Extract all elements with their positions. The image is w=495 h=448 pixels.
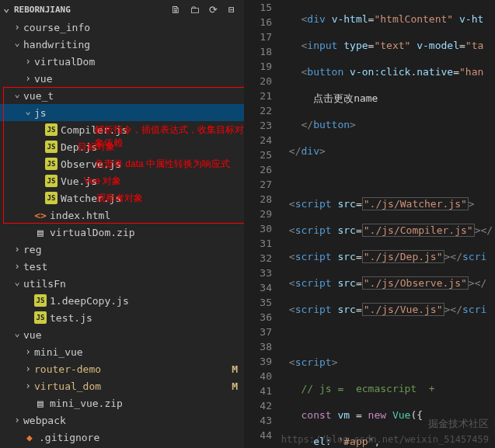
line-number: 25 [244, 148, 272, 162]
folder-virtualdom[interactable]: virtualDom [0, 53, 244, 70]
folder-virtual-dom[interactable]: virtual_domM [0, 377, 244, 394]
line-number: 42 [244, 398, 272, 413]
file-mini-vue-zip[interactable]: ▤mini_vue.zip [0, 394, 244, 412]
file-observe-js[interactable]: JSObserve.js [0, 155, 244, 172]
file-deepcopy-js[interactable]: JS1.deepCopy.js [0, 292, 244, 309]
line-number: 35 [244, 295, 272, 310]
line-number: 34 [244, 280, 272, 295]
modified-badge: M [232, 363, 238, 375]
watermark-logo: 掘金技术社区 [428, 417, 489, 431]
line-number: 38 [244, 339, 272, 354]
line-number: 20 [244, 74, 272, 89]
line-number: 31 [244, 236, 272, 251]
line-number: 40 [244, 369, 272, 384]
folder-vue2[interactable]: vue [0, 326, 244, 343]
file-compiler-js[interactable]: JSCompiler.js [0, 121, 244, 138]
folder-mini-vue[interactable]: mini_vue [0, 343, 244, 360]
line-number: 15 [244, 0, 272, 15]
file-virtualdom-zip[interactable]: ▤virtualDom.zip [0, 224, 244, 241]
line-number: 19 [244, 59, 272, 74]
folder-utilsfn[interactable]: utilsFn [0, 275, 244, 292]
folder-vue-t[interactable]: vue_t [0, 87, 244, 104]
folder-handwriting[interactable]: handwriting [0, 36, 244, 53]
line-number: 16 [244, 15, 272, 30]
folder-vue[interactable]: vue [0, 70, 244, 87]
line-number: 37 [244, 325, 272, 339]
line-number: 28 [244, 192, 272, 207]
line-number: 23 [244, 118, 272, 133]
file-vue-js[interactable]: JSVue.js [0, 172, 244, 189]
header-actions: 🗎 🗀 ⟳ ⊟ [169, 3, 238, 16]
folder-js[interactable]: js [0, 104, 244, 121]
folder-webpack[interactable]: webpack [0, 412, 244, 429]
line-number: 36 [244, 310, 272, 325]
line-gutter: 1516171819202122232425262728293031323334… [244, 0, 283, 448]
watermark-url: https://blog.csdn.net/weixin_51457459 [281, 434, 489, 445]
folder-router-demo[interactable]: router-demoM [0, 360, 244, 377]
line-number: 32 [244, 251, 272, 266]
folder-test[interactable]: test [0, 258, 244, 275]
line-number: 27 [244, 177, 272, 192]
line-number: 30 [244, 221, 272, 236]
project-title[interactable]: REBORNJIANG [3, 5, 71, 15]
line-number: 33 [244, 266, 272, 280]
code-content[interactable]: <div v-html="htmlContent" v-ht <input ty… [283, 0, 495, 448]
line-number: 17 [244, 30, 272, 44]
new-folder-icon[interactable]: 🗀 [188, 3, 200, 16]
line-number: 43 [244, 413, 272, 428]
line-number: 26 [244, 162, 272, 177]
file-index-html[interactable]: <>index.html [0, 207, 244, 224]
file-watcher-js[interactable]: JSWatcher.js [0, 189, 244, 207]
line-number: 22 [244, 103, 272, 118]
file-tree: course_info handwriting virtualDom vue v… [0, 19, 244, 448]
line-number: 18 [244, 44, 272, 59]
line-number: 24 [244, 133, 272, 148]
file-test-js[interactable]: JStest.js [0, 309, 244, 326]
collapse-icon[interactable]: ⊟ [225, 3, 238, 16]
file-explorer-sidebar: REBORNJIANG 🗎 🗀 ⟳ ⊟ course_info handwrit… [0, 0, 244, 448]
sidebar-header: REBORNJIANG 🗎 🗀 ⟳ ⊟ [0, 0, 244, 19]
folder-reg[interactable]: reg [0, 241, 244, 258]
line-number: 29 [244, 207, 272, 221]
file-gitignore[interactable]: ◆.gitignore [0, 429, 244, 446]
refresh-icon[interactable]: ⟳ [207, 3, 219, 16]
new-file-icon[interactable]: 🗎 [169, 3, 182, 16]
line-number: 44 [244, 428, 272, 443]
code-editor[interactable]: 1516171819202122232425262728293031323334… [244, 0, 495, 448]
line-number: 41 [244, 384, 272, 398]
line-number: 39 [244, 354, 272, 369]
file-dep-js[interactable]: JSDep.js [0, 138, 244, 155]
line-number: 21 [244, 89, 272, 103]
modified-badge: M [232, 380, 238, 392]
folder-course-info[interactable]: course_info [0, 19, 244, 36]
